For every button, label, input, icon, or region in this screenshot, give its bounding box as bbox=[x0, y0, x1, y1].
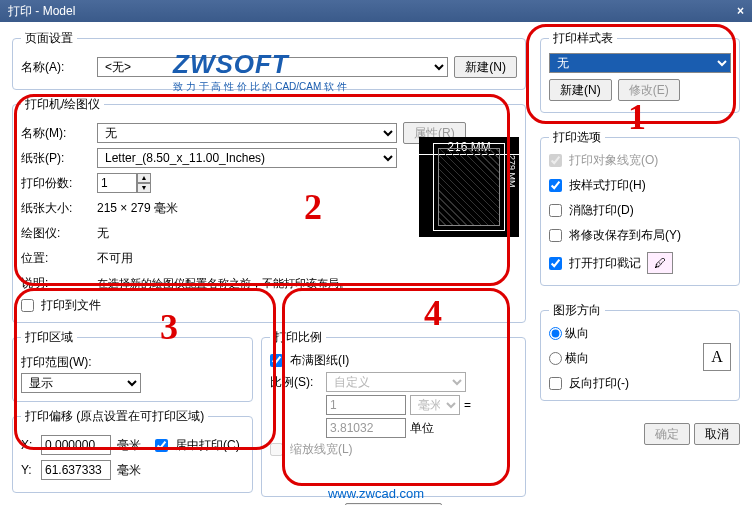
ratio-label: 比例(S): bbox=[270, 374, 322, 391]
opt-lw-checkbox: 打印对象线宽(O) bbox=[549, 152, 731, 169]
window-title: 打印 - Model bbox=[8, 3, 75, 20]
printer-name-select[interactable]: 无 bbox=[97, 123, 397, 143]
x-unit: 毫米 bbox=[117, 437, 141, 454]
y-input[interactable] bbox=[41, 460, 111, 480]
scale-unit-select: 毫米 bbox=[410, 395, 460, 415]
offset-legend: 打印偏移 (原点设置在可打印区域) bbox=[21, 408, 208, 425]
style-select[interactable]: 无 bbox=[549, 53, 731, 73]
title-bar: 打印 - Model × bbox=[0, 0, 752, 22]
options-legend: 打印选项 bbox=[549, 129, 605, 146]
printer-name-label: 名称(M): bbox=[21, 125, 91, 142]
pagesetup-name-select[interactable]: <无> bbox=[97, 57, 448, 77]
center-checkbox[interactable]: 居中打印(C) bbox=[155, 437, 240, 454]
size-value: 215 × 279 毫米 bbox=[97, 200, 178, 217]
scale-denom-input bbox=[326, 418, 406, 438]
scale-legend: 打印比例 bbox=[270, 329, 326, 346]
ok-button: 确定 bbox=[644, 423, 690, 445]
printer-legend: 打印机/绘图仪 bbox=[21, 96, 104, 113]
style-legend: 打印样式表 bbox=[549, 30, 617, 47]
paper-select[interactable]: Letter_(8.50_x_11.00_Inches) bbox=[97, 148, 397, 168]
orientation-group: 图形方向 纵向 横向 反向打印(-) A bbox=[540, 302, 740, 401]
paper-preview: 216 MM 279 MM bbox=[419, 137, 519, 237]
fit-checkbox[interactable]: 布满图纸(I) bbox=[270, 352, 517, 369]
orient-legend: 图形方向 bbox=[549, 302, 605, 319]
y-unit: 毫米 bbox=[117, 462, 141, 479]
orientation-preview-icon: A bbox=[703, 343, 731, 371]
pagesetup-new-button[interactable]: 新建(N) bbox=[454, 56, 517, 78]
footer-link[interactable]: www.zwcad.com bbox=[0, 486, 752, 501]
copies-label: 打印份数: bbox=[21, 175, 91, 192]
page-setup-group: 页面设置 名称(A): <无> 新建(N) ZWSOFT 致 力 于 高 性 价… bbox=[12, 30, 526, 90]
portrait-radio[interactable]: 纵向 bbox=[549, 325, 731, 342]
scale-group: 打印比例 布满图纸(I) 比例(S): 自定义 毫米 = 单位 bbox=[261, 329, 526, 497]
area-legend: 打印区域 bbox=[21, 329, 77, 346]
ratio-select: 自定义 bbox=[326, 372, 466, 392]
copies-input[interactable] bbox=[97, 173, 137, 193]
x-label: X: bbox=[21, 438, 35, 452]
x-input[interactable] bbox=[41, 435, 111, 455]
plotter-value: 无 bbox=[97, 225, 109, 242]
range-label: 打印范围(W): bbox=[21, 354, 244, 371]
close-icon[interactable]: × bbox=[737, 4, 744, 18]
copies-spinner[interactable]: ▲▼ bbox=[137, 173, 151, 193]
unit-label: 单位 bbox=[410, 420, 434, 437]
eq-label: = bbox=[464, 398, 471, 412]
location-value: 不可用 bbox=[97, 250, 133, 267]
reverse-checkbox[interactable]: 反向打印(-) bbox=[549, 375, 731, 392]
desc-label: 说明: bbox=[21, 275, 91, 292]
print-to-file-checkbox[interactable]: 打印到文件 bbox=[21, 297, 517, 314]
plotter-label: 绘图仪: bbox=[21, 225, 91, 242]
print-area-group: 打印区域 打印范围(W): 显示 bbox=[12, 329, 253, 402]
printer-group: 打印机/绘图仪 名称(M): 无 属性(R) 纸张(P): Letter_(8.… bbox=[12, 96, 526, 323]
stamp-icon-button[interactable]: 🖊 bbox=[647, 252, 673, 274]
location-label: 位置: bbox=[21, 250, 91, 267]
offset-group: 打印偏移 (原点设置在可打印区域) X: 毫米 居中打印(C) Y: 毫米 bbox=[12, 408, 253, 493]
opt-hide-checkbox[interactable]: 消隐打印(D) bbox=[549, 202, 731, 219]
opt-savelayout-checkbox[interactable]: 将修改保存到布局(Y) bbox=[549, 227, 731, 244]
scale-num-input bbox=[326, 395, 406, 415]
page-setup-legend: 页面设置 bbox=[21, 30, 77, 47]
cancel-button[interactable]: 取消 bbox=[694, 423, 740, 445]
size-label: 纸张大小: bbox=[21, 200, 91, 217]
y-label: Y: bbox=[21, 463, 35, 477]
opt-bystyle-checkbox[interactable]: 按样式打印(H) bbox=[549, 177, 731, 194]
desc-value: 在选择新的绘图仪配置名称之前，不能打印该布局。 bbox=[97, 276, 350, 291]
paper-label: 纸张(P): bbox=[21, 150, 91, 167]
style-table-group: 打印样式表 无 新建(N) 修改(E) bbox=[540, 30, 740, 113]
style-new-button[interactable]: 新建(N) bbox=[549, 79, 612, 101]
options-group: 打印选项 打印对象线宽(O) 按样式打印(H) 消隐打印(D) 将修改保存到布局… bbox=[540, 129, 740, 286]
pagesetup-name-label: 名称(A): bbox=[21, 59, 91, 76]
scale-lw-checkbox: 缩放线宽(L) bbox=[270, 441, 517, 458]
opt-stamp-checkbox[interactable]: 打开打印戳记 bbox=[549, 255, 641, 272]
range-select[interactable]: 显示 bbox=[21, 373, 141, 393]
style-edit-button: 修改(E) bbox=[618, 79, 680, 101]
